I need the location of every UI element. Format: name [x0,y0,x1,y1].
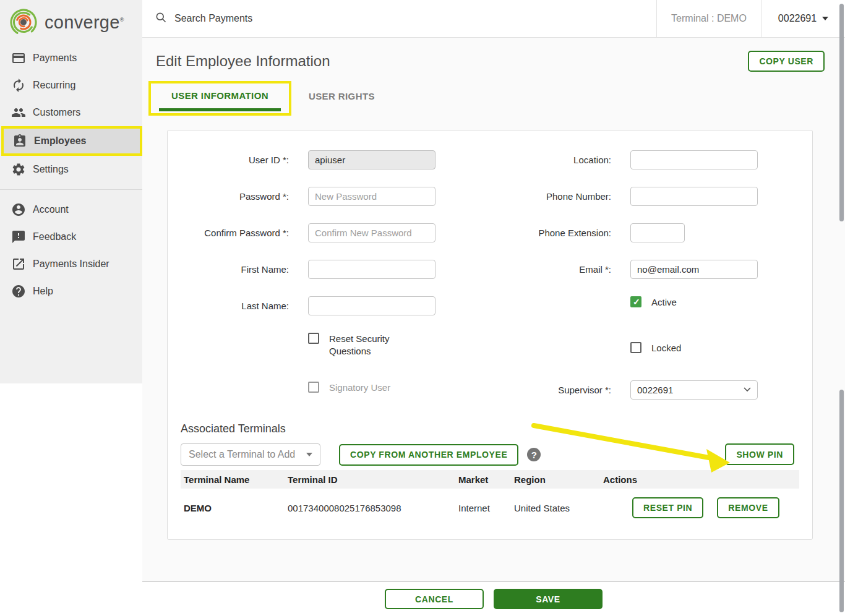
col-terminal-id: Terminal ID [288,474,458,485]
scrollbar-thumb[interactable] [839,4,844,221]
autorenew-icon [11,78,26,93]
cell-terminal-name: DEMO [181,503,288,513]
employee-form-card: User ID *: Password *: Confirm Password … [167,130,813,540]
form-column-right: Location: Phone Number: Phone Extension: [490,150,812,417]
tab-label: USER INFORMATION [159,90,281,101]
email-field[interactable] [630,260,758,279]
user-id-field[interactable] [308,150,435,169]
feedback-icon [11,229,26,244]
scrollbar-thumb[interactable] [839,390,844,612]
locked-label: Locked [651,342,681,354]
cancel-button[interactable]: CANCEL [385,589,484,609]
remove-button[interactable]: REMOVE [717,497,779,518]
form-row-password: Password *: [168,187,490,206]
show-pin-button[interactable]: SHOW PIN [725,443,794,465]
first-name-label: First Name: [168,264,289,275]
form-row-email: Email *: [490,260,812,279]
signatory-user-checkbox[interactable] [308,382,319,393]
reset-security-questions-checkbox[interactable] [308,333,319,344]
brand-logo: converge® [0,4,142,45]
sidebar-item-help[interactable]: Help [0,278,142,305]
signatory-user-label: Signatory User [329,382,390,394]
cell-region: United States [514,503,603,513]
badge-icon [12,134,27,148]
last-name-label: Last Name: [168,301,289,311]
locked-checkbox[interactable] [630,342,641,353]
search-input[interactable] [174,13,484,24]
sidebar-item-payments-insider[interactable]: Payments Insider [0,250,142,278]
location-label: Location: [490,155,611,165]
sidebar-item-payments[interactable]: Payments [0,45,142,72]
locked-row: Locked [630,342,812,354]
form-grid: User ID *: Password *: Confirm Password … [168,150,812,417]
form-row-user-id: User ID *: [168,150,490,169]
tab-user-information[interactable]: USER INFORMATION [151,90,289,111]
annotation-box-user-information: USER INFORMATION [148,81,291,116]
tab-user-rights[interactable]: USER RIGHTS [309,91,375,101]
page-content: Edit Employee Information COPY USER USER… [142,38,845,581]
confirm-password-label: Confirm Password *: [168,228,289,238]
active-checkbox[interactable] [630,296,641,307]
search-icon [155,11,167,26]
sidebar-column: converge® Payments Recurring Customers [0,0,142,616]
sidebar-item-employees[interactable]: Employees [1,126,142,156]
form-column-left: User ID *: Password *: Confirm Password … [168,150,490,417]
signatory-user-row: Signatory User [308,382,490,394]
account-dropdown[interactable]: 0022691 [761,0,845,37]
account-id: 0022691 [778,13,817,24]
active-tab-underline [159,108,281,111]
phone-number-label: Phone Number: [490,191,611,202]
save-button[interactable]: SAVE [494,589,603,609]
col-terminal-name: Terminal Name [181,474,288,485]
supervisor-value: 0022691 [637,385,673,395]
sidebar-item-recurring[interactable]: Recurring [0,72,142,99]
sidebar-item-label: Feedback [33,231,76,242]
phone-number-field[interactable] [630,187,758,206]
phone-extension-field[interactable] [630,223,685,242]
first-name-field[interactable] [308,260,435,279]
brand-name: converge® [45,12,124,33]
last-name-field[interactable] [308,296,435,315]
form-row-phone-number: Phone Number: [490,187,812,206]
sidebar-item-label: Help [33,286,53,297]
sidebar-item-label: Customers [33,107,80,118]
password-field[interactable] [308,187,435,206]
associated-terminals-heading: Associated Terminals [181,422,799,435]
dropdown-arrow-icon [306,453,312,456]
topbar: Terminal : DEMO 0022691 [142,0,845,38]
sidebar-item-feedback[interactable]: Feedback [0,223,142,250]
sidebar-item-account[interactable]: Account [0,196,142,223]
phone-extension-label: Phone Extension: [490,228,611,238]
associated-terminals-section: Associated Terminals Select a Terminal t… [181,422,799,527]
chevron-down-icon [744,387,751,392]
main-area: Terminal : DEMO 0022691 Edit Employee In… [142,0,845,616]
active-label: Active [651,296,677,309]
terminals-table-header: Terminal Name Terminal ID Market Region … [181,470,799,489]
sidebar-item-label: Settings [33,164,69,175]
sidebar: converge® Payments Recurring Customers [0,0,142,383]
user-id-label: User ID *: [168,155,289,165]
brand-trademark: ® [120,17,124,23]
terminal-select[interactable]: Select a Terminal to Add [181,443,320,466]
terminal-indicator: Terminal : DEMO [656,0,761,37]
tab-bar: USER INFORMATION USER RIGHTS [155,81,845,116]
supervisor-select[interactable]: 0022691 [630,380,758,400]
copy-from-another-employee-button[interactable]: COPY FROM ANOTHER EMPLOYEE [339,444,518,466]
account-circle-icon [11,202,26,217]
copy-user-button[interactable]: COPY USER [748,51,825,72]
form-row-first-name: First Name: [168,260,490,279]
form-row-last-name: Last Name: [168,296,490,315]
footer-action-bar: CANCEL SAVE [142,581,845,616]
reset-security-questions-label: Reset Security Questions [329,333,398,358]
supervisor-label: Supervisor *: [490,385,611,395]
sidebar-item-label: Payments Insider [33,259,109,270]
password-label: Password *: [168,191,289,202]
reset-pin-button[interactable]: RESET PIN [632,497,703,518]
sidebar-item-settings[interactable]: Settings [0,156,142,183]
sidebar-item-customers[interactable]: Customers [0,99,142,126]
help-tooltip-icon[interactable]: ? [527,448,541,461]
confirm-password-field[interactable] [308,223,435,242]
location-field[interactable] [630,150,758,169]
cell-market: Internet [458,503,514,513]
form-row-confirm-password: Confirm Password *: [168,223,490,242]
